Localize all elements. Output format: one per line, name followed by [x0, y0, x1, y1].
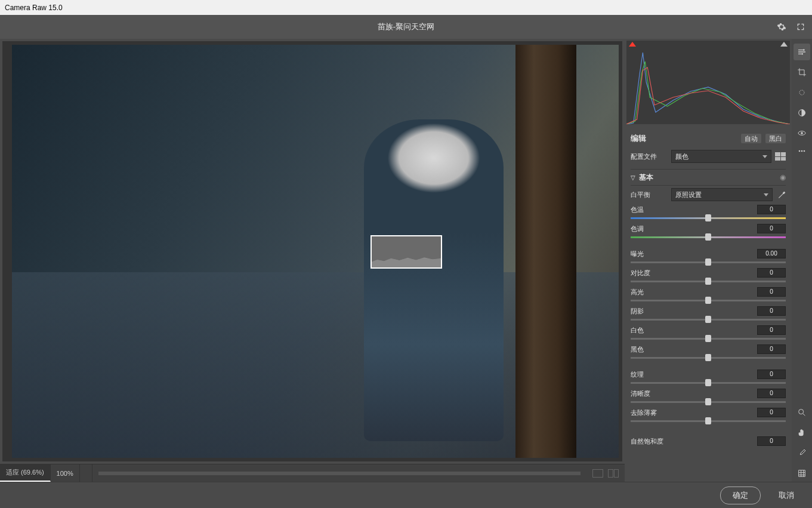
highlights-value[interactable]: 0: [757, 287, 786, 297]
slider-whites: 白色0: [631, 324, 786, 343]
slider-temperature: 色温0: [631, 204, 786, 223]
chevron-down-icon: ▽: [631, 174, 635, 181]
document-header: 苗族-聚问天空网: [0, 15, 812, 39]
slider-highlights: 高光0: [631, 286, 786, 305]
blacks-slider[interactable]: [631, 354, 786, 361]
svg-point-7: [801, 150, 803, 152]
edit-header: 编辑: [631, 133, 646, 144]
svg-point-0: [803, 49, 805, 51]
filmstrip-track[interactable]: [98, 472, 581, 475]
ok-button[interactable]: 确定: [720, 487, 761, 504]
clarity-value[interactable]: 0: [757, 389, 786, 398]
zoom-dropdown[interactable]: [80, 464, 92, 482]
visibility-eye-icon[interactable]: ◉: [780, 173, 786, 181]
slider-vibrance: 自然饱和度0: [631, 432, 786, 451]
zoom-tool-icon[interactable]: [794, 404, 810, 421]
slider-dehaze: 去除薄雾0: [631, 407, 786, 426]
view-compare-icon[interactable]: [608, 469, 619, 478]
right-toolstrip: [792, 39, 812, 482]
temperature-value[interactable]: 0: [757, 205, 786, 214]
slider-texture: 纹理0: [631, 368, 786, 387]
zoom-bar: 适应 (69.6%) 100%: [0, 464, 625, 482]
highlight-clip-warning-icon[interactable]: [780, 42, 788, 47]
vibrance-value[interactable]: 0: [757, 436, 786, 446]
svg-point-9: [799, 410, 804, 414]
svg-point-8: [804, 150, 805, 152]
fullscreen-icon[interactable]: [795, 21, 806, 32]
tint-value[interactable]: 0: [757, 224, 786, 233]
slider-shadows: 阴影0: [631, 305, 786, 324]
window-titlebar: Camera Raw 15.0: [0, 0, 812, 15]
cancel-button[interactable]: 取消: [779, 490, 794, 501]
profile-label: 配置文件: [631, 152, 671, 161]
photo-content: [12, 45, 619, 458]
sampler-icon[interactable]: [794, 445, 810, 461]
slider-tint: 色调0: [631, 223, 786, 242]
profile-select[interactable]: 颜色: [671, 150, 771, 163]
exposure-value[interactable]: 0.00: [757, 249, 786, 258]
grid-toggle-icon[interactable]: [794, 465, 810, 482]
edit-sliders-icon[interactable]: [794, 44, 810, 60]
wb-select[interactable]: 原照设置: [671, 188, 773, 201]
slider-exposure: 曝光0.00: [631, 248, 786, 267]
blacks-value[interactable]: 0: [757, 344, 786, 354]
basic-title: 基本: [639, 173, 780, 183]
bw-button[interactable]: 黑白: [765, 134, 786, 143]
contrast-slider[interactable]: [631, 278, 786, 285]
svg-point-5: [801, 133, 803, 134]
profile-browser-icon[interactable]: [775, 152, 786, 161]
shadow-clip-warning-icon[interactable]: [629, 42, 636, 47]
zoom-100-button[interactable]: 100%: [51, 464, 80, 482]
settings-gear-icon[interactable]: [776, 21, 787, 32]
exposure-slider[interactable]: [631, 258, 786, 266]
crop-icon[interactable]: [794, 64, 810, 81]
view-single-icon[interactable]: [592, 469, 603, 478]
texture-value[interactable]: 0: [757, 370, 786, 379]
mask-icon[interactable]: [794, 104, 810, 121]
eyedropper-icon[interactable]: [776, 190, 786, 199]
file-title: 苗族-聚问天空网: [378, 21, 434, 32]
app-title: Camera Raw 15.0: [5, 4, 63, 12]
svg-point-2: [799, 90, 804, 95]
photo-pillar: [515, 45, 576, 458]
auto-button[interactable]: 自动: [741, 134, 761, 143]
heal-icon[interactable]: [794, 84, 810, 101]
whites-slider[interactable]: [631, 335, 786, 342]
contrast-value[interactable]: 0: [757, 268, 786, 278]
histogram[interactable]: [626, 41, 790, 124]
svg-point-1: [801, 53, 803, 55]
highlights-slider[interactable]: [631, 297, 786, 304]
svg-point-6: [799, 150, 801, 152]
temperature-slider[interactable]: [631, 214, 786, 221]
dehaze-value[interactable]: 0: [757, 408, 786, 417]
image-preview[interactable]: [2, 41, 622, 461]
basic-section-header[interactable]: ▽ 基本 ◉: [631, 169, 786, 186]
shadows-slider[interactable]: [631, 316, 786, 323]
slider-clarity: 清晰度0: [631, 387, 786, 407]
dialog-footer: 确定 取消: [0, 482, 812, 508]
edit-panel: 编辑 自动 黑白 配置文件 颜色 ▽ 基本 ◉ 白平衡 原照: [625, 39, 792, 482]
photo-figure: [364, 119, 504, 442]
slider-blacks: 黑色0: [631, 343, 786, 362]
texture-slider[interactable]: [631, 379, 786, 386]
hand-tool-icon[interactable]: [794, 424, 810, 441]
preview-histogram-overlay[interactable]: [371, 235, 442, 269]
presets-icon[interactable]: [794, 145, 810, 162]
wb-label: 白平衡: [631, 190, 671, 199]
zoom-fit-button[interactable]: 适应 (69.6%): [0, 464, 51, 482]
whites-value[interactable]: 0: [757, 325, 786, 335]
dehaze-slider[interactable]: [631, 417, 786, 424]
shadows-value[interactable]: 0: [757, 306, 786, 316]
slider-contrast: 对比度0: [631, 267, 786, 286]
tint-slider[interactable]: [631, 233, 786, 241]
redeye-icon[interactable]: [794, 125, 810, 141]
clarity-slider[interactable]: [631, 398, 786, 405]
